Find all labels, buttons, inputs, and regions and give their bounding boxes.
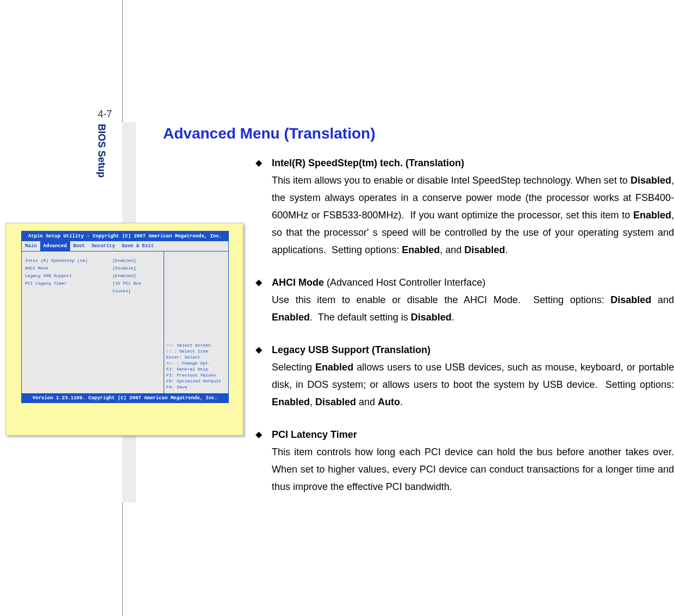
section-item: ◆Intel(R) SpeedStep(tm) tech. (Translati… [272, 154, 674, 259]
bios-tab-security[interactable]: Security [88, 241, 118, 251]
page-number: 4-7 [98, 109, 112, 120]
bios-setting-label: AHCI Mode [25, 265, 113, 272]
bios-setting-row[interactable]: PCI Legacy Timer[32 PCI Bus Clocks] [25, 280, 161, 295]
section-body: This item allows you to enable or disabl… [272, 175, 674, 255]
bios-setting-value: [Disable] [113, 265, 161, 272]
section-title: PCI Latency Timer [272, 429, 357, 440]
section-body: Selecting Enabled allows users to use US… [272, 362, 674, 407]
bios-tab-advanced[interactable]: Advanced [40, 241, 70, 251]
bios-setting-label: Legacy USB Support [25, 272, 113, 280]
bios-setting-row[interactable]: Legacy USB Support[Enabled] [25, 272, 161, 280]
bullet-icon: ◆ [255, 274, 262, 291]
section-body: Use this item to enable or disable the A… [272, 294, 674, 323]
section-item: ◆Legacy USB Support (Translation)Selecti… [272, 341, 674, 411]
bios-setting-label: PCI Legacy Timer [25, 280, 113, 295]
page: 4-7 BIOS Setup Atpio Setup Utility - Cop… [0, 0, 674, 616]
bios-setting-value: [32 PCI Bus Clocks] [113, 280, 161, 295]
section-item: ◆AHCI Mode (Advanced Host Controller Int… [272, 274, 674, 326]
section-title-trailing: (Advanced Host Controller Interface) [324, 277, 485, 288]
bios-setting-row[interactable]: Intel (R) Speedstep (tm)[Enabled] [25, 257, 161, 265]
section-title: AHCI Mode [272, 277, 324, 288]
section-title: Legacy USB Support (Translation) [272, 344, 430, 355]
section-title: Intel(R) SpeedStep(tm) tech. (Translatio… [272, 158, 464, 168]
bios-settings-pane: Intel (R) Speedstep (tm)[Enabled]AHCI Mo… [22, 252, 164, 393]
bios-tab-boot[interactable]: Boot [70, 241, 89, 251]
section-side-label: BIOS Setup [96, 124, 107, 178]
bios-setting-row[interactable]: AHCI Mode[Disable] [25, 265, 161, 272]
bios-setting-label: Intel (R) Speedstep (tm) [25, 257, 113, 265]
bullet-icon: ◆ [255, 426, 262, 443]
page-title: Advanced Menu (Translation) [163, 125, 674, 142]
main-content: Advanced Menu (Translation) ◆Intel(R) Sp… [163, 125, 674, 511]
section-item: ◆PCI Latency TimerThis item controls how… [272, 426, 674, 495]
bullet-icon: ◆ [255, 154, 262, 172]
bios-tab-main[interactable]: Main [22, 241, 40, 251]
bios-tab-save-&-exit[interactable]: Save & Exit [118, 241, 157, 251]
bios-setting-value: [Enabled] [113, 272, 161, 280]
bios-setting-value: [Enabled] [113, 257, 161, 265]
section-body: This item controls how long each PCI dev… [272, 447, 674, 492]
bullet-icon: ◆ [255, 341, 262, 359]
